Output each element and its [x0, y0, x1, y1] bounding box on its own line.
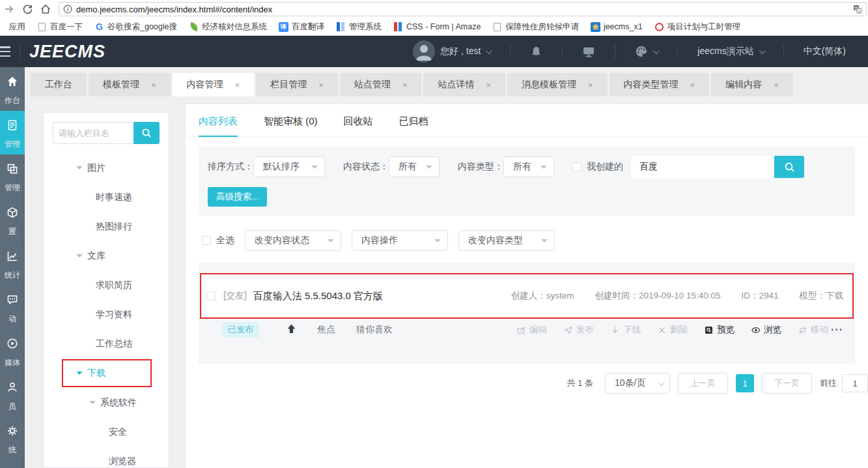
bulk-dropdown[interactable]: 改变内容类型	[458, 230, 555, 251]
tree-item[interactable]: 浏览器	[53, 446, 169, 468]
tree-expand-icon[interactable]	[89, 401, 96, 407]
window-tab[interactable]: 站点管理×	[340, 73, 422, 96]
action-move-button[interactable]: 移动	[798, 324, 828, 336]
pin-top-icon[interactable]	[287, 324, 296, 336]
action-eye-button[interactable]: 浏览	[751, 324, 781, 336]
bookmark-item[interactable]: G谷歌搜索_google搜	[89, 20, 182, 34]
tree-item[interactable]: 时事速递	[53, 183, 169, 212]
language-switcher[interactable]: 中文(简体)	[793, 46, 856, 57]
sort-select[interactable]: 默认排序	[253, 156, 325, 177]
sidebar-item[interactable]: 媒体	[0, 329, 25, 373]
category-search-button[interactable]	[133, 122, 160, 144]
home-icon[interactable]	[38, 2, 53, 16]
window-tab[interactable]: 栏目管理×	[256, 73, 338, 96]
keyword-search-input[interactable]	[631, 156, 774, 178]
menu-toggle-icon[interactable]	[0, 46, 10, 57]
more-actions-button[interactable]: ···	[831, 324, 843, 336]
action-preview-button[interactable]: 预览	[705, 324, 735, 336]
forward-icon[interactable]	[1, 2, 17, 16]
bookmark-item[interactable]: 保障性住房轮候申请	[487, 20, 584, 34]
window-tab[interactable]: 内容类型管理×	[609, 73, 710, 96]
close-icon[interactable]: ×	[318, 80, 324, 90]
close-icon[interactable]: ×	[774, 80, 779, 90]
window-tab[interactable]: 工作台	[31, 73, 87, 96]
flag-focus[interactable]: 焦点	[317, 324, 335, 336]
tree-item[interactable]: 图片	[53, 153, 169, 183]
tree-item[interactable]: 文库	[53, 241, 169, 271]
site-switcher[interactable]: jeecms演示站	[687, 46, 774, 57]
display-button[interactable]	[572, 46, 606, 58]
close-icon[interactable]: ×	[486, 80, 491, 90]
window-tab[interactable]: 站点详情×	[423, 73, 505, 96]
content-row[interactable]: [交友] 百度输入法 5.5.5043.0 官方版 创建人：system 创建时…	[200, 273, 854, 319]
action-down-button[interactable]: 下线	[611, 324, 641, 336]
bookmark-item[interactable]: 金jeecms_x1	[585, 20, 648, 34]
bookmark-item[interactable]: 应用	[4, 20, 31, 34]
content-tab[interactable]: 内容列表	[199, 115, 238, 137]
row-checkbox[interactable]	[206, 291, 216, 300]
mine-checkbox[interactable]	[572, 162, 581, 171]
close-icon[interactable]: ×	[690, 80, 695, 90]
tree-item[interactable]: 下载	[53, 358, 169, 388]
page-number-1[interactable]: 1	[736, 374, 754, 392]
notifications-button[interactable]	[520, 46, 553, 58]
bookmark-item[interactable]: 管理系统	[331, 20, 387, 34]
flag-recommend[interactable]: 猜你喜欢	[356, 324, 393, 336]
select-all-checkbox[interactable]	[202, 236, 211, 245]
sidebar-item[interactable]: 统计	[0, 242, 25, 285]
sidebar-item[interactable]: 作台	[0, 67, 25, 111]
bookmark-item[interactable]: 百度一下	[32, 20, 88, 34]
content-tab[interactable]: 智能审核 (0)	[264, 115, 318, 137]
next-page-button[interactable]: 下一页	[762, 373, 812, 394]
type-select[interactable]: 所有	[503, 156, 554, 177]
bookmark-item[interactable]: 经济核对信息系统	[184, 20, 272, 34]
sidebar-item[interactable]: 管理	[0, 111, 25, 154]
content-tab[interactable]: 已归档	[399, 115, 428, 137]
tree-item[interactable]: 热图排行	[53, 212, 169, 241]
row-title[interactable]: 百度输入法 5.5.5043.0 官方版	[253, 290, 383, 302]
url-bar[interactable]: demo.jeecms.com/jeecms/index.html#/conte…	[59, 2, 867, 16]
bulk-dropdown[interactable]: 改变内容状态	[245, 230, 341, 251]
close-icon[interactable]: ×	[588, 80, 593, 90]
user-menu[interactable]: 您好 , test	[402, 40, 501, 63]
action-send-button[interactable]: 发布	[564, 324, 594, 336]
tree-expand-icon[interactable]	[76, 372, 83, 378]
info-icon[interactable]	[63, 5, 72, 14]
content-tab[interactable]: 回收站	[344, 115, 373, 137]
advanced-search-button[interactable]: 高级搜索...	[208, 187, 267, 207]
close-icon[interactable]: ×	[235, 80, 240, 90]
window-tab[interactable]: 消息模板管理×	[507, 73, 608, 96]
window-tab[interactable]: 内容管理×	[173, 73, 255, 96]
prev-page-button[interactable]: 上一页	[678, 373, 728, 394]
goto-page-input[interactable]	[842, 374, 868, 392]
sidebar-item[interactable]: 统	[0, 417, 25, 460]
keyword-search-button[interactable]	[774, 156, 804, 178]
tree-item[interactable]: 系统软件	[53, 388, 169, 417]
tree-item[interactable]: 求职简历	[53, 271, 169, 300]
tree-expand-icon[interactable]	[76, 254, 83, 261]
action-close-button[interactable]: 删除	[658, 324, 688, 336]
category-search-input[interactable]	[53, 122, 133, 144]
tree-expand-icon[interactable]	[76, 166, 83, 173]
theme-menu[interactable]	[624, 45, 668, 58]
sidebar-item[interactable]: 动	[0, 285, 25, 329]
sidebar-item[interactable]: 员	[0, 373, 25, 417]
bookmark-item[interactable]: CSS - Form | Amaze	[388, 20, 486, 34]
window-tab[interactable]: 模板管理×	[89, 73, 171, 96]
sidebar-item[interactable]: 置	[0, 198, 25, 242]
action-edit-button[interactable]: 编辑	[517, 324, 547, 336]
tree-item[interactable]: 学习资料	[53, 300, 169, 329]
bulk-dropdown[interactable]: 内容操作	[352, 230, 448, 251]
window-tab[interactable]: 编辑内容×	[711, 73, 793, 96]
page-size-select[interactable]: 10条/页	[605, 373, 670, 394]
tree-item[interactable]: 工作总结	[53, 329, 169, 358]
bookmark-item[interactable]: 项目计划与工时管理	[649, 20, 746, 34]
tree-item[interactable]: 安全	[53, 417, 169, 446]
bookmark-item[interactable]: 译百度翻译	[273, 20, 329, 34]
reload-icon[interactable]	[20, 2, 35, 16]
translate-page-icon[interactable]: 文G	[853, 5, 862, 14]
sidebar-item[interactable]: 管理	[0, 154, 25, 198]
close-icon[interactable]: ×	[402, 80, 408, 90]
close-icon[interactable]: ×	[151, 80, 156, 90]
status-select[interactable]: 所有	[389, 156, 440, 177]
